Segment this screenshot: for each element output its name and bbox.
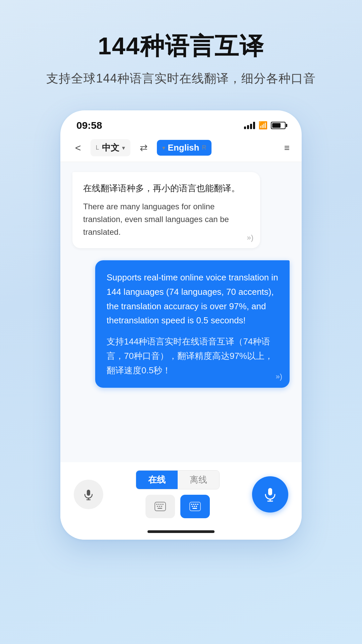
svg-rect-15 [195,504,196,505]
lang-right-selector[interactable]: ▾ English R [157,140,212,156]
left-bubble-chinese: 在线翻译语种多，再小的语言也能翻译。 [83,181,249,196]
svg-rect-13 [191,504,192,505]
lang-left-letter: L [96,144,99,151]
keyboard-row [111,495,244,518]
svg-rect-6 [160,504,162,505]
left-bubble-speaker-icon[interactable]: ») [247,233,253,242]
lang-right-letter: ▾ [162,144,165,152]
lang-left-name: 中文 [102,142,119,154]
menu-button[interactable]: ≡ [284,143,290,153]
lang-left-selector[interactable]: L 中文 ▾ [90,139,130,156]
home-indicator [60,530,302,540]
svg-rect-18 [194,506,195,507]
status-icons: 📶 [244,121,286,130]
back-button[interactable]: < [72,141,84,155]
mode-area: 在线 离线 [111,470,244,518]
home-bar [147,530,215,533]
svg-rect-20 [192,508,197,509]
battery-icon [271,122,286,129]
nav-bar: < L 中文 ▾ ⇄ ▾ English R ≡ [60,136,302,162]
dropdown-icon: ▾ [122,144,125,152]
page-subtitle: 支持全球144种语言实时在线翻译，细分各种口音 [46,70,315,87]
lang-right-suffix: R [202,144,206,151]
status-bar: 09:58 📶 [60,110,302,136]
tab-offline[interactable]: 离线 [178,471,219,489]
right-chat-bubble: Supports real-time online voice translat… [95,260,290,388]
svg-rect-5 [158,504,160,505]
svg-rect-0 [87,490,90,496]
svg-rect-17 [192,506,193,507]
svg-rect-21 [268,488,272,495]
keyboard-left-button[interactable] [145,495,175,518]
svg-rect-16 [197,504,198,505]
lang-right-name: English [168,143,199,153]
right-bubble-chinese: 支持144种语言实时在线语音互译（74种语言，70种口音），翻译精度高达97%以… [107,334,278,378]
svg-rect-8 [157,506,158,507]
svg-rect-19 [196,506,197,507]
status-time: 09:58 [76,120,102,131]
svg-rect-11 [158,508,162,509]
online-offline-tabs: 在线 离线 [136,470,220,489]
svg-rect-10 [161,506,162,507]
left-bubble-english: There are many languages for online tran… [83,200,249,239]
signal-icon [244,122,255,129]
page-title: 144种语言互译 [98,30,264,62]
svg-rect-14 [193,504,194,505]
chat-area: 在线翻译语种多，再小的语言也能翻译。 There are many langua… [60,162,302,462]
wifi-icon: 📶 [258,121,267,130]
swap-languages-button[interactable]: ⇄ [137,141,150,155]
mic-left-button[interactable] [74,480,103,509]
phone-mockup: 09:58 📶 < L 中文 ▾ ⇄ ▾ Englis [60,110,302,540]
svg-rect-9 [159,506,160,507]
svg-rect-4 [156,504,158,505]
bottom-toolbar: 在线 离线 [60,462,302,530]
left-chat-bubble: 在线翻译语种多，再小的语言也能翻译。 There are many langua… [72,172,260,248]
tab-online[interactable]: 在线 [136,471,178,489]
right-bubble-speaker-icon[interactable]: ») [276,372,282,381]
keyboard-right-button[interactable] [180,495,210,518]
mic-right-button[interactable] [252,476,288,513]
right-bubble-english: Supports real-time online voice translat… [107,270,278,328]
phone-screen: 09:58 📶 < L 中文 ▾ ⇄ ▾ Englis [60,110,302,540]
svg-rect-7 [162,504,164,505]
